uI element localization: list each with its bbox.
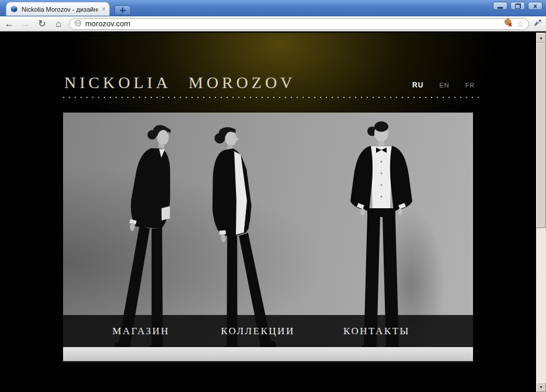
tab-title: Nickolia Morozov - дизайне... xyxy=(22,6,98,13)
language-switcher: RU EN FR xyxy=(412,81,475,89)
scrollbar-thumb[interactable] xyxy=(536,43,546,228)
plus-icon xyxy=(120,8,126,13)
close-icon: x xyxy=(533,3,537,9)
browser-toolbar: ← → ↻ ⌂ ☆ xyxy=(0,16,546,32)
main-menu-bar: МАГАЗИН КОЛЛЕКЦИИ КОНТАКТЫ xyxy=(63,315,473,347)
home-button[interactable]: ⌂ xyxy=(53,19,64,29)
site-page: NICKOLIA MOROZOV RU EN FR xyxy=(0,33,536,392)
wrench-menu-button[interactable] xyxy=(534,18,542,29)
title-bar: Nickolia Morozov - дизайне... × x xyxy=(0,0,546,16)
page-scrollbar[interactable]: ▲ ▼ xyxy=(536,33,546,392)
menu-item-collections[interactable]: КОЛЛЕКЦИИ xyxy=(221,326,294,337)
lang-ru[interactable]: RU xyxy=(412,81,423,89)
tab-close-icon[interactable]: × xyxy=(102,6,106,13)
forward-button[interactable]: → xyxy=(20,19,32,29)
back-button[interactable]: ← xyxy=(4,19,15,29)
refresh-button[interactable]: ↻ xyxy=(36,19,48,29)
new-tab-button[interactable] xyxy=(114,5,131,15)
site-logo: NICKOLIA MOROZOV xyxy=(64,74,295,92)
lang-fr[interactable]: FR xyxy=(465,82,475,89)
lang-en[interactable]: EN xyxy=(439,82,449,89)
window-controls: x xyxy=(493,2,542,10)
scrollbar-down-button[interactable]: ▼ xyxy=(536,382,546,392)
bookmark-star-icon[interactable]: ☆ xyxy=(516,20,524,28)
scrollbar-up-button[interactable]: ▲ xyxy=(536,33,546,43)
browser-window: Nickolia Morozov - дизайне... × x ← → ↻ … xyxy=(0,0,546,392)
page-viewport: NICKOLIA MOROZOV RU EN FR xyxy=(0,33,546,392)
address-input[interactable] xyxy=(85,19,500,28)
dotted-divider xyxy=(63,97,481,98)
menu-item-contacts[interactable]: КОНТАКТЫ xyxy=(343,326,410,337)
minimize-icon xyxy=(498,7,503,9)
photo-floor xyxy=(63,347,473,363)
restore-icon xyxy=(515,4,521,9)
menu-item-shop[interactable]: МАГАЗИН xyxy=(112,326,169,337)
address-bar[interactable]: ☆ xyxy=(69,18,529,30)
browser-tab[interactable]: Nickolia Morozov - дизайне... × xyxy=(6,2,110,16)
cookie-blocked-icon[interactable] xyxy=(504,18,513,29)
globe-icon xyxy=(74,19,82,29)
minimize-button[interactable] xyxy=(493,2,507,10)
site-favicon-cube-icon xyxy=(10,5,18,13)
restore-button[interactable] xyxy=(510,2,525,10)
hero-photo: МАГАЗИН КОЛЛЕКЦИИ КОНТАКТЫ xyxy=(63,113,473,363)
close-button[interactable]: x xyxy=(528,2,542,10)
